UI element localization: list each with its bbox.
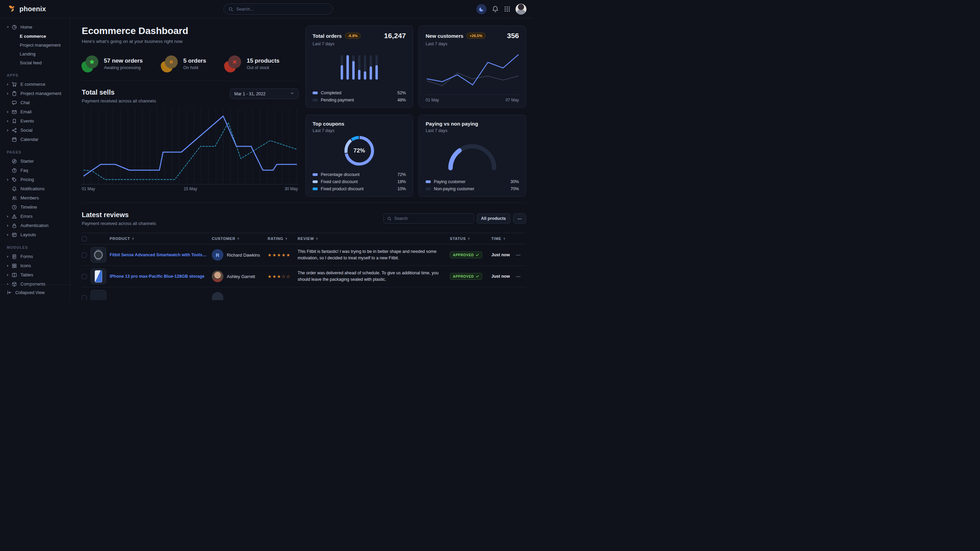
sidebar-item-timeline[interactable]: Timeline <box>0 203 70 212</box>
review-time: Just now <box>492 274 516 279</box>
total-orders-period: Last 7 days <box>313 41 406 46</box>
clipboard-icon <box>11 91 17 96</box>
theme-toggle-button[interactable] <box>476 4 487 14</box>
legend-swatch <box>313 92 318 94</box>
product-link[interactable]: iPhone 13 pro max-Pacific Blue-128GB sto… <box>110 274 212 279</box>
col-review[interactable]: REVIEW ▲▼ <box>298 237 450 241</box>
product-thumbnail[interactable] <box>91 290 106 300</box>
col-time[interactable]: TIME ▲▼ <box>492 237 516 241</box>
col-product[interactable]: PRODUCT ▲▼ <box>110 237 212 241</box>
sidebar-item-label: Icons <box>21 263 31 268</box>
reviews-search-input[interactable] <box>394 216 470 221</box>
sidebar-item-social[interactable]: Social <box>0 125 70 135</box>
topbar: phoenix <box>0 0 534 18</box>
sidebar-item-home[interactable]: Home <box>0 22 70 32</box>
col-rating[interactable]: RATING ▲▼ <box>268 237 298 241</box>
total-orders-title: Total orders <box>313 33 342 39</box>
total-orders-value: 16,247 <box>384 32 406 40</box>
legend-row: Completed52% <box>313 91 406 95</box>
new-customers-line-svg <box>426 49 520 95</box>
compass-icon <box>11 159 17 164</box>
sidebar-item-icons[interactable]: Icons <box>0 261 70 270</box>
sidebar-subitem-social-feed[interactable]: Social feed <box>0 58 70 67</box>
sidebar-item-label: Social <box>21 128 32 133</box>
sidebar-item-project-management[interactable]: Project management <box>0 89 70 98</box>
review-row <box>82 287 526 300</box>
sidebar-subitem-landing[interactable]: Landing <box>0 49 70 58</box>
apps-menu-button[interactable] <box>504 6 511 12</box>
sidebar-item-starter[interactable]: Starter <box>0 157 70 166</box>
legend-swatch <box>426 180 431 183</box>
sort-icon: ▲▼ <box>503 237 506 240</box>
sidebar-item-layouts[interactable]: Layouts <box>0 230 70 239</box>
sidebar-item-forms[interactable]: Forms <box>0 252 70 261</box>
stat-subtitle: On hold <box>183 65 206 70</box>
brand-name: phoenix <box>19 5 46 13</box>
search-icon <box>387 216 391 221</box>
select-all-checkbox[interactable] <box>82 236 87 241</box>
sidebar-subitem-e-commerce[interactable]: E commerce <box>0 32 70 41</box>
sidebar-item-events[interactable]: Events <box>0 116 70 125</box>
row-checkbox[interactable] <box>82 274 87 279</box>
sidebar-item-calendar[interactable]: Calendar <box>0 135 70 144</box>
col-status[interactable]: STATUS ▲▼ <box>450 237 492 241</box>
main-content: Ecommerce Dashboard Here's what's going … <box>70 18 534 300</box>
date-range-select[interactable]: Mar 1 - 31, 2022 <box>230 89 299 99</box>
sidebar-item-label: Email <box>21 109 32 114</box>
stat-pause-icon <box>161 55 179 73</box>
sidebar-item-email[interactable]: Email <box>0 107 70 116</box>
legend-swatch <box>313 180 318 183</box>
search-input[interactable] <box>236 7 328 11</box>
row-menu-button[interactable]: ⋯ <box>516 252 526 258</box>
product-link[interactable]: Fitbit Sense Advanced Smartwatch with To… <box>110 252 212 257</box>
sort-icon: ▲▼ <box>237 237 240 240</box>
sidebar-item-tables[interactable]: Tables <box>0 270 70 279</box>
legend-value: 18% <box>398 179 406 184</box>
product-thumbnail[interactable] <box>91 247 106 263</box>
more-options-button[interactable]: ⋯ <box>513 213 527 224</box>
sidebar-item-chat[interactable]: Chat <box>0 98 70 107</box>
user-avatar[interactable] <box>515 4 527 14</box>
global-search[interactable] <box>223 3 333 14</box>
stat-item: 57 new orders Awating processing <box>82 55 143 73</box>
stat-item: 15 products Out of stock <box>224 55 279 73</box>
product-thumbnail[interactable] <box>91 268 106 284</box>
sidebar-item-faq[interactable]: Faq <box>0 166 70 175</box>
legend-value: 30% <box>511 179 519 184</box>
stat-subtitle: Out of stock <box>247 65 279 70</box>
nc-x-left: 01 May <box>426 98 439 102</box>
status-badge: APPROVED <box>450 251 482 258</box>
sidebar-item-label: Chat <box>21 100 30 105</box>
legend-label: Paying customer <box>434 179 466 184</box>
brand-logo[interactable]: phoenix <box>8 5 46 14</box>
all-products-button[interactable]: All products <box>477 213 511 224</box>
x-tick-30may: 30 May <box>285 186 298 191</box>
share-icon <box>11 128 17 133</box>
customer-avatar <box>212 271 223 282</box>
sidebar-subitem-project-management[interactable]: Project management <box>0 41 70 49</box>
stat-title: 15 products <box>247 57 279 64</box>
top-coupons-period: Last 7 days <box>313 128 406 133</box>
sidebar-item-e-commerce[interactable]: E commerce <box>0 79 70 89</box>
new-customers-period: Last 7 days <box>426 41 519 46</box>
sidebar-item-errors[interactable]: Errors <box>0 212 70 221</box>
sidebar-item-authentication[interactable]: Authentication <box>0 221 70 230</box>
sidebar-item-members[interactable]: Members <box>0 193 70 203</box>
top-coupons-title: Top coupons <box>313 121 344 127</box>
row-checkbox[interactable] <box>82 295 87 300</box>
notifications-button[interactable] <box>492 5 499 13</box>
reviews-table: PRODUCT ▲▼CUSTOMER ▲▼RATING ▲▼REVIEW ▲▼S… <box>82 233 526 300</box>
row-menu-button[interactable]: ⋯ <box>516 274 526 279</box>
sidebar-item-notifications[interactable]: Notifications <box>0 184 70 193</box>
row-checkbox[interactable] <box>82 252 87 258</box>
col-customer[interactable]: CUSTOMER ▲▼ <box>212 237 268 241</box>
reviews-search[interactable] <box>383 213 474 224</box>
rating-stars: ★★★★★ <box>268 252 298 258</box>
sidebar-item-label: E commerce <box>21 82 45 87</box>
columns-icon <box>11 272 17 278</box>
sidebar-item-pricing[interactable]: Pricing <box>0 175 70 184</box>
legend-label: Fixed card discount <box>321 179 358 184</box>
stat-title: 5 orders <box>183 57 206 64</box>
collapse-view-button[interactable]: Collapsed View <box>0 284 70 300</box>
sidebar-item-label: Tables <box>21 272 33 277</box>
